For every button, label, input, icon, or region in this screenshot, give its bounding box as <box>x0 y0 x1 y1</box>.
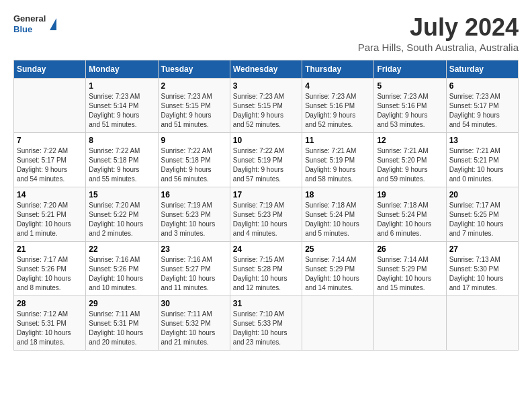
day-number: 22 <box>89 244 154 254</box>
day-number: 6 <box>449 81 515 91</box>
month-year-title: July 2024 <box>358 13 519 42</box>
day-number: 7 <box>17 136 83 145</box>
day-info: Sunrise: 7:17 AM Sunset: 5:25 PM Dayligh… <box>449 201 515 238</box>
calendar-cell: 2Sunrise: 7:23 AM Sunset: 5:15 PM Daylig… <box>158 79 230 133</box>
day-number: 18 <box>305 190 371 199</box>
logo-triangle-icon <box>50 18 56 30</box>
day-info: Sunrise: 7:15 AM Sunset: 5:28 PM Dayligh… <box>233 255 299 293</box>
day-number: 13 <box>449 136 515 145</box>
calendar-cell: 8Sunrise: 7:22 AM Sunset: 5:18 PM Daylig… <box>86 133 158 187</box>
calendar-cell: 23Sunrise: 7:16 AM Sunset: 5:27 PM Dayli… <box>158 242 230 296</box>
day-info: Sunrise: 7:20 AM Sunset: 5:21 PM Dayligh… <box>17 201 83 238</box>
calendar-cell: 14Sunrise: 7:20 AM Sunset: 5:21 PM Dayli… <box>14 187 86 242</box>
day-header-sunday: Sunday <box>14 60 86 79</box>
day-info: Sunrise: 7:10 AM Sunset: 5:33 PM Dayligh… <box>233 310 299 347</box>
calendar-cell: 5Sunrise: 7:23 AM Sunset: 5:16 PM Daylig… <box>374 79 446 133</box>
calendar-cell: 4Sunrise: 7:23 AM Sunset: 5:16 PM Daylig… <box>302 79 374 133</box>
calendar-week-row: 21Sunrise: 7:17 AM Sunset: 5:26 PM Dayli… <box>14 242 519 296</box>
day-number: 25 <box>305 244 371 254</box>
day-info: Sunrise: 7:18 AM Sunset: 5:24 PM Dayligh… <box>305 201 371 238</box>
calendar-cell: 30Sunrise: 7:11 AM Sunset: 5:32 PM Dayli… <box>158 296 230 351</box>
day-info: Sunrise: 7:18 AM Sunset: 5:24 PM Dayligh… <box>377 201 443 238</box>
calendar-cell: 26Sunrise: 7:14 AM Sunset: 5:29 PM Dayli… <box>374 242 446 296</box>
calendar-cell: 27Sunrise: 7:13 AM Sunset: 5:30 PM Dayli… <box>446 242 518 296</box>
calendar-cell: 28Sunrise: 7:12 AM Sunset: 5:31 PM Dayli… <box>14 296 86 351</box>
day-info: Sunrise: 7:21 AM Sunset: 5:20 PM Dayligh… <box>377 146 443 184</box>
calendar-cell: 13Sunrise: 7:21 AM Sunset: 5:21 PM Dayli… <box>446 133 518 187</box>
day-number: 20 <box>449 190 515 199</box>
day-info: Sunrise: 7:23 AM Sunset: 5:16 PM Dayligh… <box>305 92 371 130</box>
day-header-tuesday: Tuesday <box>158 60 230 79</box>
calendar-cell <box>14 79 86 133</box>
day-info: Sunrise: 7:19 AM Sunset: 5:23 PM Dayligh… <box>233 201 299 238</box>
calendar-week-row: 28Sunrise: 7:12 AM Sunset: 5:31 PM Dayli… <box>14 296 519 351</box>
calendar-week-row: 14Sunrise: 7:20 AM Sunset: 5:21 PM Dayli… <box>14 187 519 242</box>
title-block: July 2024 Para Hills, South Australia, A… <box>358 13 519 53</box>
calendar-cell: 16Sunrise: 7:19 AM Sunset: 5:23 PM Dayli… <box>158 187 230 242</box>
day-header-friday: Friday <box>374 60 446 79</box>
calendar-cell: 21Sunrise: 7:17 AM Sunset: 5:26 PM Dayli… <box>14 242 86 296</box>
calendar-cell: 15Sunrise: 7:20 AM Sunset: 5:22 PM Dayli… <box>86 187 158 242</box>
day-number: 28 <box>17 299 83 308</box>
calendar-cell: 9Sunrise: 7:22 AM Sunset: 5:18 PM Daylig… <box>158 133 230 187</box>
calendar-cell: 12Sunrise: 7:21 AM Sunset: 5:20 PM Dayli… <box>374 133 446 187</box>
calendar-cell: 3Sunrise: 7:23 AM Sunset: 5:15 PM Daylig… <box>230 79 302 133</box>
day-number: 11 <box>305 136 371 145</box>
day-info: Sunrise: 7:17 AM Sunset: 5:26 PM Dayligh… <box>17 255 83 293</box>
day-info: Sunrise: 7:11 AM Sunset: 5:31 PM Dayligh… <box>89 310 154 347</box>
calendar-cell: 24Sunrise: 7:15 AM Sunset: 5:28 PM Dayli… <box>230 242 302 296</box>
day-info: Sunrise: 7:23 AM Sunset: 5:14 PM Dayligh… <box>89 92 154 130</box>
day-number: 24 <box>233 244 299 254</box>
calendar-header-row: SundayMondayTuesdayWednesdayThursdayFrid… <box>14 60 519 79</box>
day-info: Sunrise: 7:22 AM Sunset: 5:19 PM Dayligh… <box>233 146 299 184</box>
calendar-cell <box>446 296 518 351</box>
day-number: 23 <box>161 244 227 254</box>
day-number: 12 <box>377 136 443 145</box>
day-number: 9 <box>161 136 227 145</box>
day-number: 19 <box>377 190 443 199</box>
day-info: Sunrise: 7:16 AM Sunset: 5:26 PM Dayligh… <box>89 255 154 293</box>
day-number: 27 <box>449 244 515 254</box>
day-number: 4 <box>305 81 371 91</box>
day-info: Sunrise: 7:12 AM Sunset: 5:31 PM Dayligh… <box>17 310 83 347</box>
calendar-cell: 31Sunrise: 7:10 AM Sunset: 5:33 PM Dayli… <box>230 296 302 351</box>
day-number: 31 <box>233 299 299 308</box>
day-info: Sunrise: 7:22 AM Sunset: 5:18 PM Dayligh… <box>161 146 227 184</box>
calendar-week-row: 7Sunrise: 7:22 AM Sunset: 5:17 PM Daylig… <box>14 133 519 187</box>
day-header-monday: Monday <box>86 60 158 79</box>
location-subtitle: Para Hills, South Australia, Australia <box>358 42 519 53</box>
day-info: Sunrise: 7:22 AM Sunset: 5:18 PM Dayligh… <box>89 146 154 184</box>
calendar-cell: 11Sunrise: 7:21 AM Sunset: 5:19 PM Dayli… <box>302 133 374 187</box>
day-number: 3 <box>233 81 299 91</box>
calendar-cell: 20Sunrise: 7:17 AM Sunset: 5:25 PM Dayli… <box>446 187 518 242</box>
calendar-table: SundayMondayTuesdayWednesdayThursdayFrid… <box>13 60 519 351</box>
calendar-cell: 1Sunrise: 7:23 AM Sunset: 5:14 PM Daylig… <box>86 79 158 133</box>
day-number: 26 <box>377 244 443 254</box>
day-info: Sunrise: 7:16 AM Sunset: 5:27 PM Dayligh… <box>161 255 227 293</box>
day-info: Sunrise: 7:23 AM Sunset: 5:15 PM Dayligh… <box>161 92 227 130</box>
day-number: 17 <box>233 190 299 199</box>
calendar-cell: 7Sunrise: 7:22 AM Sunset: 5:17 PM Daylig… <box>14 133 86 187</box>
day-number: 29 <box>89 299 154 308</box>
calendar-cell <box>302 296 374 351</box>
calendar-cell: 18Sunrise: 7:18 AM Sunset: 5:24 PM Dayli… <box>302 187 374 242</box>
logo-text: General Blue <box>13 13 46 34</box>
logo-blue: Blue <box>13 24 46 35</box>
day-info: Sunrise: 7:22 AM Sunset: 5:17 PM Dayligh… <box>17 146 83 184</box>
calendar-cell: 19Sunrise: 7:18 AM Sunset: 5:24 PM Dayli… <box>374 187 446 242</box>
day-info: Sunrise: 7:23 AM Sunset: 5:16 PM Dayligh… <box>377 92 443 130</box>
calendar-cell: 6Sunrise: 7:23 AM Sunset: 5:17 PM Daylig… <box>446 79 518 133</box>
day-header-saturday: Saturday <box>446 60 518 79</box>
day-number: 10 <box>233 136 299 145</box>
day-info: Sunrise: 7:23 AM Sunset: 5:15 PM Dayligh… <box>233 92 299 130</box>
logo-general: General <box>13 13 46 24</box>
day-header-thursday: Thursday <box>302 60 374 79</box>
day-info: Sunrise: 7:11 AM Sunset: 5:32 PM Dayligh… <box>161 310 227 347</box>
day-number: 16 <box>161 190 227 199</box>
day-info: Sunrise: 7:23 AM Sunset: 5:17 PM Dayligh… <box>449 92 515 130</box>
day-info: Sunrise: 7:14 AM Sunset: 5:29 PM Dayligh… <box>305 255 371 293</box>
day-number: 8 <box>89 136 154 145</box>
calendar-cell: 29Sunrise: 7:11 AM Sunset: 5:31 PM Dayli… <box>86 296 158 351</box>
day-number: 1 <box>89 81 154 91</box>
calendar-cell: 25Sunrise: 7:14 AM Sunset: 5:29 PM Dayli… <box>302 242 374 296</box>
